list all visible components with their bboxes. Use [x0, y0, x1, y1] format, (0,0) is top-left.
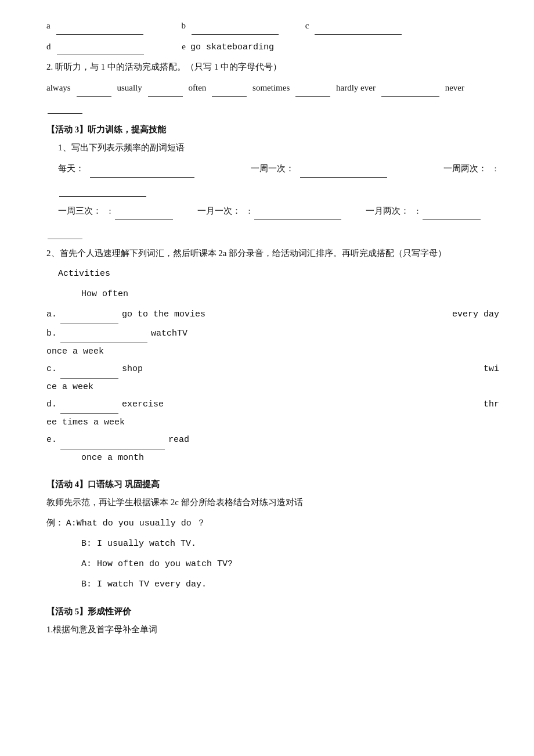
e-text: go skateboarding	[190, 39, 274, 56]
blank-c-freq[interactable]	[60, 361, 118, 379]
top-section: a b c d e go skateboarding 2. 听听力，与 1 中的…	[46, 17, 499, 114]
label-e: e	[182, 38, 186, 55]
dialogue-line-4: B: I watch TV every day.	[46, 577, 499, 592]
activity4-dialogue: 例： A:What do you usually do ？	[46, 515, 499, 531]
activity-item-c: c. shop twi ce a week	[46, 361, 499, 394]
activity4-section: 【活动 4】口语练习 巩固提高 教师先示范，再让学生根据课本 2c 部分所给表格…	[46, 479, 499, 592]
item-b-letter: b.	[46, 326, 57, 343]
label-b: b	[181, 17, 186, 34]
activity-item-a: a. go to the movies every day	[46, 307, 499, 324]
activity4-desc: 教师先示范，再让学生根据课本 2c 部分所给表格结合对练习造对话	[46, 495, 499, 510]
activity4-title: 【活动 4】口语练习 巩固提高	[46, 479, 499, 490]
label-a: a	[46, 17, 50, 34]
usually-label: usually	[117, 80, 142, 96]
activity-item-e: e. read once a month	[46, 432, 499, 465]
blank-hardly-ever[interactable]	[381, 80, 439, 97]
dialogue-line-1: A:What do you usually do ？	[66, 519, 205, 528]
abc-row: a b c	[46, 17, 499, 35]
activity5-section: 【活动 5】形成性评价 1.根据句意及首字母补全单词	[46, 606, 499, 638]
blank-always[interactable]	[77, 80, 111, 97]
everyday-label: 每天：	[58, 160, 84, 177]
once-month-label: 一月一次：	[197, 203, 241, 219]
de-row: d e go skateboarding	[46, 38, 499, 56]
activity3-sub2: 2、首先个人迅速理解下列词汇，然后听课本 2a 部分录音，给活动词汇排序。再听完…	[46, 246, 499, 261]
activities-label: Activities	[46, 266, 499, 282]
item2-text: 2. 听听力，与 1 中的活动完成搭配。（只写 1 中的字母代号）	[46, 59, 499, 75]
item-c-letter: c.	[46, 361, 57, 378]
item-d-freq-text: ee times a week	[46, 415, 499, 430]
label-d: d	[46, 38, 51, 55]
blank-c[interactable]	[315, 17, 402, 35]
activity3-sub1: 1、写出下列表示频率的副词短语	[46, 140, 499, 156]
never-label: never	[445, 80, 464, 96]
item-a-letter: a.	[46, 307, 57, 323]
activity-items: a. go to the movies every day b. watchTV…	[46, 307, 499, 466]
blank-once-week[interactable]	[300, 160, 387, 178]
item-b-freq-text: once a week	[46, 344, 499, 359]
freq-phrases-row2b	[46, 222, 499, 240]
sometimes-label: sometimes	[252, 80, 290, 96]
blank-three-week[interactable]	[115, 203, 173, 220]
item-e-letter: e.	[46, 432, 57, 449]
blank-b[interactable]	[192, 17, 279, 35]
activity3-title: 【活动 3】听力训练，提高技能	[46, 124, 499, 135]
activity5-sub1: 1.根据句意及首字母补全单词	[46, 622, 499, 638]
label-c: c	[305, 17, 309, 34]
dialogue-line-3: A: How often do you watch TV?	[46, 556, 499, 572]
hardly-ever-label: hardly ever	[336, 80, 376, 96]
often-label: often	[189, 80, 207, 96]
activity5-title: 【活动 5】形成性评价	[46, 606, 499, 617]
activity-item-d: d. exercise thr ee times a week	[46, 397, 499, 430]
always-label: always	[46, 80, 71, 96]
twice-week-label: 一周两次：	[443, 160, 487, 177]
blank-extra[interactable]	[48, 222, 82, 240]
how-often-label: How often	[46, 286, 499, 302]
freq-row: always usually often sometimes hardly ev…	[46, 80, 499, 114]
item-e-freq-text: once a month	[46, 451, 499, 466]
item-a-text: go to the movies	[122, 307, 205, 323]
dialogue-line-2: B: I usually watch TV.	[46, 536, 499, 552]
three-week-label: 一周三次：	[58, 203, 102, 219]
blank-a-freq[interactable]	[60, 307, 118, 324]
item-b-text: watchTV	[151, 326, 187, 343]
once-week-label: 一周一次：	[251, 160, 294, 177]
blank-once-month[interactable]	[254, 203, 341, 220]
freq-phrases-row1: 每天： 一周一次： 一周两次： ：	[46, 160, 499, 178]
blank-b-freq[interactable]	[60, 326, 147, 343]
blank-d-freq[interactable]	[60, 397, 118, 414]
blank-twice-week[interactable]	[59, 180, 146, 197]
blank-usually[interactable]	[148, 80, 183, 97]
blank-never[interactable]	[48, 97, 82, 114]
activity3-section: 【活动 3】听力训练，提高技能 1、写出下列表示频率的副词短语 每天： 一周一次…	[46, 124, 499, 465]
blank-e-freq[interactable]	[60, 432, 165, 449]
blank-often[interactable]	[212, 80, 247, 97]
item-d-rightfreq: thr	[484, 397, 499, 413]
activity-item-b: b. watchTV once a week	[46, 326, 499, 359]
freq-phrases-row2: 一周三次： ： 一月一次： ： 一月两次： ：	[46, 203, 499, 220]
blank-sometimes[interactable]	[295, 80, 330, 97]
item-c-rightfreq: twi	[484, 361, 499, 378]
blank-a[interactable]	[56, 17, 143, 35]
item-a-rightfreq: every day	[452, 307, 499, 323]
freq-phrases-row1b	[46, 180, 499, 197]
item-c-freq-text: ce a week	[46, 380, 499, 395]
item-d-letter: d.	[46, 397, 57, 413]
example-label: 例：	[46, 518, 64, 527]
item-d-text: exercise	[122, 397, 164, 413]
blank-d[interactable]	[57, 38, 144, 56]
item-e-text: read	[168, 432, 189, 449]
blank-twice-month[interactable]	[423, 203, 481, 220]
blank-everyday[interactable]	[90, 160, 194, 178]
item-c-text: shop	[122, 361, 143, 378]
twice-month-label: 一月两次：	[366, 203, 409, 219]
